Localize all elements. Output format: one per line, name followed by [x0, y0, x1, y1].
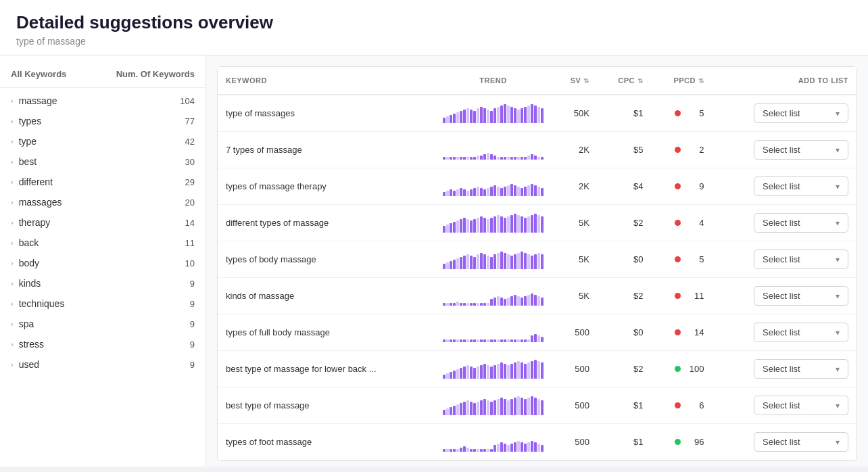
sv-cell: 50K [552, 95, 598, 132]
sidebar-item-massage[interactable]: › massage 104 [0, 91, 206, 111]
trend-bar [514, 398, 516, 415]
select-list-button[interactable]: Select list ▾ [754, 286, 848, 306]
sidebar-item-types[interactable]: › types 77 [0, 111, 206, 131]
trend-bar [527, 442, 530, 452]
trend-bar [521, 398, 523, 415]
ppcd-sort-icon[interactable]: ⇅ [698, 77, 704, 85]
trend-bar [517, 339, 520, 342]
sidebar-item-count: 9 [190, 299, 195, 309]
trend-bar [480, 216, 483, 233]
sidebar-item-back[interactable]: › back 11 [0, 233, 206, 253]
trend-bar [453, 191, 456, 196]
cpc-cell: $1 [598, 424, 652, 461]
add-to-list-cell: Select list ▾ [712, 132, 857, 168]
page-subtitle: type of massage [16, 36, 852, 47]
select-list-button[interactable]: Select list ▾ [754, 323, 848, 342]
sidebar-item-spa[interactable]: › spa 9 [0, 314, 206, 334]
trend-bar [460, 188, 462, 196]
select-list-label: Select list [763, 145, 800, 155]
table-row: types of massage therapy 2K $4 9 Select … [218, 168, 857, 205]
trend-bar [497, 187, 500, 196]
trend-bar [493, 298, 496, 306]
chevron-icon: › [11, 320, 14, 328]
select-list-label: Select list [763, 218, 800, 228]
sidebar-item-body[interactable]: › body 10 [0, 253, 206, 273]
trend-bar [521, 362, 523, 379]
sidebar-item-massages[interactable]: › massages 20 [0, 192, 206, 212]
col-ppcd: PPCD⇅ [652, 67, 713, 95]
trend-bar [534, 295, 537, 306]
trend-bar [443, 449, 445, 452]
trend-bar [507, 105, 510, 123]
trend-bar [507, 445, 510, 452]
trend-bar [463, 303, 466, 306]
sidebar-item-type[interactable]: › type 42 [0, 131, 206, 151]
trend-bar [470, 256, 473, 269]
select-list-button[interactable]: Select list ▾ [754, 432, 848, 452]
sv-cell: 5K [552, 205, 598, 241]
trend-bar [450, 157, 452, 160]
trend-bar [473, 157, 476, 160]
select-list-button[interactable]: Select list ▾ [754, 396, 848, 415]
trend-cell [435, 314, 552, 351]
trend-bar [541, 188, 544, 196]
sidebar-item-stress[interactable]: › stress 9 [0, 334, 206, 354]
sidebar-item-best[interactable]: › best 30 [0, 151, 206, 172]
main-layout: All Keywords Num. Of Keywords › massage … [0, 55, 868, 467]
sidebar-item-therapy[interactable]: › therapy 14 [0, 212, 206, 233]
ppcd-value: 6 [660, 400, 704, 410]
sidebar-item-different[interactable]: › different 29 [0, 172, 206, 192]
sidebar-item-techniques[interactable]: › techniques 9 [0, 293, 206, 314]
trend-bar [531, 396, 533, 415]
trend-bar [493, 108, 496, 123]
trend-bar [443, 410, 445, 415]
select-list-button[interactable]: Select list ▾ [754, 250, 848, 269]
trend-bar [466, 219, 469, 233]
cpc-sort-icon[interactable]: ⇅ [637, 77, 644, 85]
select-list-button[interactable]: Select list ▾ [754, 140, 848, 160]
sidebar-item-label: kinds [19, 278, 190, 289]
chevron-down-icon: ▾ [836, 145, 840, 155]
select-list-button[interactable]: Select list ▾ [754, 176, 848, 196]
select-list-button[interactable]: Select list ▾ [754, 213, 848, 233]
table-header: KEYWORD TREND SV⇅ CPC⇅ PPCD⇅ ADD TO LIST [218, 67, 857, 95]
sidebar-item-count: 10 [185, 258, 195, 268]
ppcd-value: 9 [660, 181, 704, 191]
ppcd-cell: 96 [652, 424, 713, 461]
trend-bar [524, 399, 527, 415]
trend-bar [453, 114, 456, 123]
trend-bar [463, 110, 466, 123]
trend-bar [524, 218, 527, 233]
trend-bar [473, 403, 476, 415]
trend-bars [443, 360, 544, 379]
ppcd-cell: 14 [652, 314, 713, 351]
sidebar-item-kinds[interactable]: › kinds 9 [0, 273, 206, 293]
sidebar-item-used[interactable]: › used 9 [0, 354, 206, 375]
trend-bar [470, 189, 473, 196]
trend-bar [450, 339, 452, 342]
trend-bar [510, 256, 513, 269]
sidebar-item-label: types [19, 116, 185, 126]
select-list-button[interactable]: Select list ▾ [754, 359, 848, 379]
trend-bar [493, 365, 496, 379]
trend-cell [435, 205, 552, 241]
trend-bar [446, 262, 449, 269]
trend-bar [521, 108, 523, 123]
trend-bar [490, 111, 493, 123]
chevron-icon: › [11, 259, 14, 267]
trend-bar [507, 400, 510, 415]
ppcd-num: 14 [685, 327, 704, 337]
trend-bar [510, 399, 513, 415]
trend-bar [514, 185, 516, 196]
trend-bar [470, 110, 473, 123]
trend-bar [517, 110, 520, 123]
trend-bar [466, 157, 469, 160]
add-to-list-cell: Select list ▾ [712, 95, 857, 132]
sv-cell: 2K [552, 168, 598, 205]
trend-bar [534, 156, 537, 160]
sv-sort-icon[interactable]: ⇅ [583, 77, 589, 85]
trend-bar [480, 107, 483, 123]
select-list-button[interactable]: Select list ▾ [754, 103, 848, 123]
trend-bar [490, 154, 493, 160]
trend-bar [497, 296, 500, 306]
